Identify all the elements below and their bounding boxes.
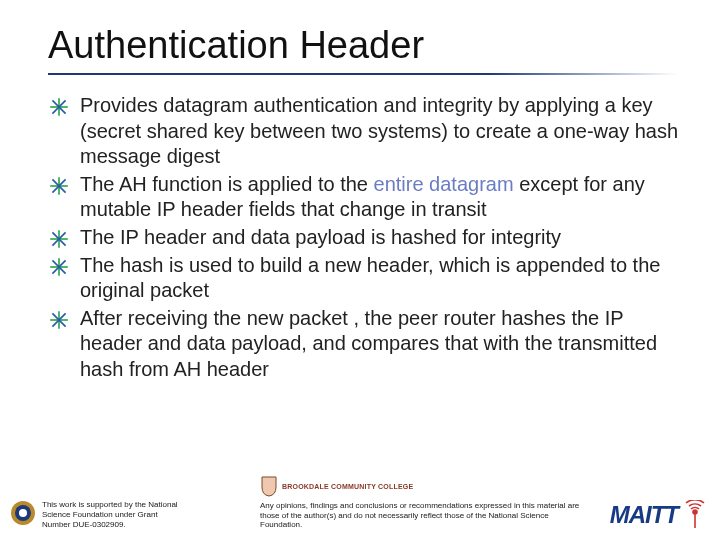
bullet-icon [48,309,70,331]
page-title: Authentication Header [48,24,684,67]
emphasis-text: entire datagram [374,173,514,195]
list-item-text: After receiving the new packet , the pee… [80,306,684,383]
bullet-icon [48,175,70,197]
svg-point-3 [693,510,697,514]
nsf-block: This work is supported by the National S… [10,500,182,530]
list-item-text: Provides datagram authentication and int… [80,93,684,170]
brookdale-shield-icon [260,475,278,497]
list-item-text: The IP header and data payload is hashed… [80,225,684,251]
disclaimer-text: Any opinions, findings and conclusions o… [260,501,590,530]
brookdale-label: BROOKDALE COMMUNITY COLLEGE [282,483,413,490]
list-item-text: The hash is used to build a new header, … [80,253,684,304]
list-item: The AH function is applied to the entire… [48,172,684,223]
bullet-icon [48,228,70,250]
footer: This work is supported by the National S… [10,475,710,530]
maitt-logo: MAITT [610,500,710,530]
nsf-logo-icon [10,500,36,530]
list-item: The IP header and data payload is hashed… [48,225,684,251]
brookdale-logo: BROOKDALE COMMUNITY COLLEGE [260,475,413,497]
bullet-icon [48,96,70,118]
nsf-support-text: This work is supported by the National S… [42,500,182,530]
svg-point-2 [19,509,27,517]
slide: Authentication Header Provides datagram … [0,0,720,540]
list-item: Provides datagram authentication and int… [48,93,684,170]
list-item-text: The AH function is applied to the entire… [80,172,684,223]
maitt-antenna-icon [680,500,710,530]
title-underline [48,73,678,75]
list-item: After receiving the new packet , the pee… [48,306,684,383]
bullet-list: Provides datagram authentication and int… [48,93,684,383]
list-item: The hash is used to build a new header, … [48,253,684,304]
brookdale-block: BROOKDALE COMMUNITY COLLEGE Any opinions… [260,475,590,530]
bullet-icon [48,256,70,278]
maitt-text: MAITT [610,501,678,529]
